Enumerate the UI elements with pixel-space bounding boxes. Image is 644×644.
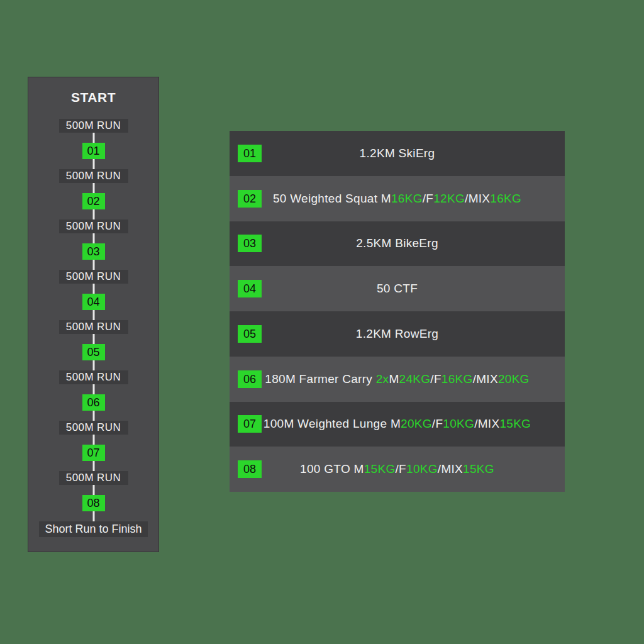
run-segment-label: 500M RUN xyxy=(59,320,128,334)
weight-value: 20KG xyxy=(498,372,530,386)
station-description: 180M Farmer Carry 2xM24KG/F16KG/MIX20KG xyxy=(265,372,529,386)
station-number-badge: 05 xyxy=(238,325,262,343)
course-station-badge: 04 xyxy=(82,294,105,310)
station-description: 1.2KM SkiErg xyxy=(360,147,435,160)
course-station-badge: 03 xyxy=(82,243,105,260)
weight-value: 2x xyxy=(376,372,389,386)
description-text: 1.2KM RowErg xyxy=(356,327,438,340)
weight-value: 15KG xyxy=(364,462,396,475)
run-segment-label: 500M RUN xyxy=(59,270,128,284)
station-description: 100M Weighted Lunge M20KG/F10KG/MIX15KG xyxy=(264,417,531,431)
course-panel: START 500M RUN 01 500M RUN 02 500M RUN 0… xyxy=(28,77,159,552)
course-station-badge: 07 xyxy=(82,445,105,461)
description-text: /F xyxy=(396,462,407,475)
weight-value: 15KG xyxy=(463,462,494,475)
race-infographic: START 500M RUN 01 500M RUN 02 500M RUN 0… xyxy=(0,0,644,644)
description-text: M xyxy=(389,372,399,386)
station-number-badge: 04 xyxy=(238,280,262,297)
course-station-badge: 05 xyxy=(82,344,105,360)
run-segment-label: 500M RUN xyxy=(59,169,128,183)
weight-value: 16KG xyxy=(490,192,521,205)
station-row: 06 180M Farmer Carry 2xM24KG/F16KG/MIX20… xyxy=(230,357,565,402)
weight-value: 10KG xyxy=(443,417,474,430)
weight-value: 15KG xyxy=(499,417,531,430)
course-station-badge: 02 xyxy=(82,193,105,209)
station-row: 07 100M Weighted Lunge M20KG/F10KG/MIX15… xyxy=(230,402,565,447)
station-number-badge: 08 xyxy=(238,460,262,478)
weight-value: 20KG xyxy=(401,417,432,430)
description-text: /F xyxy=(430,372,441,386)
station-number-badge: 07 xyxy=(238,415,262,433)
description-text: /MIX xyxy=(465,192,490,205)
description-text: /F xyxy=(423,192,434,205)
course-station-badge: 06 xyxy=(82,394,105,411)
station-number-badge: 01 xyxy=(238,145,262,162)
weight-value: 12KG xyxy=(433,192,465,205)
station-number-badge: 06 xyxy=(238,370,262,388)
course-station-badge: 01 xyxy=(82,143,105,159)
description-text: 180M Farmer Carry xyxy=(265,372,375,386)
weight-value: 16KG xyxy=(391,192,423,205)
course-station-badge: 08 xyxy=(82,495,105,511)
station-number-badge: 02 xyxy=(238,190,262,208)
station-row: 08 100 GTO M15KG/F10KG/MIX15KG xyxy=(230,447,565,492)
description-text: 1.2KM SkiErg xyxy=(360,147,435,160)
run-segment-label: 500M RUN xyxy=(59,421,128,435)
weight-value: 24KG xyxy=(399,372,431,386)
station-description: 50 Weighted Squat M16KG/F12KG/MIX16KG xyxy=(273,192,521,206)
run-segment-label: 500M RUN xyxy=(59,219,128,233)
course-track: 500M RUN 01 500M RUN 02 500M RUN 03 500M… xyxy=(59,119,128,521)
station-description: 100 GTO M15KG/F10KG/MIX15KG xyxy=(300,462,494,476)
station-description: 50 CTF xyxy=(377,282,418,296)
description-text: 50 CTF xyxy=(377,282,418,295)
stations-panel: 01 1.2KM SkiErg 02 50 Weighted Squat M16… xyxy=(230,131,565,492)
description-text: 100M Weighted Lunge M xyxy=(264,417,401,430)
course-start-title: START xyxy=(71,90,116,105)
run-segment-label: 500M RUN xyxy=(59,370,128,384)
station-row: 04 50 CTF xyxy=(230,266,565,311)
description-text: /F xyxy=(432,417,443,430)
weight-value: 16KG xyxy=(441,372,473,386)
weight-value: 10KG xyxy=(406,462,438,475)
station-description: 2.5KM BikeErg xyxy=(356,236,438,250)
description-text: 100 GTO M xyxy=(300,462,364,475)
description-text: /MIX xyxy=(473,372,498,386)
station-description: 1.2KM RowErg xyxy=(356,327,438,341)
station-row: 02 50 Weighted Squat M16KG/F12KG/MIX16KG xyxy=(230,176,565,221)
description-text: /MIX xyxy=(438,462,463,475)
run-segment-label: 500M RUN xyxy=(59,119,128,133)
description-text: 50 Weighted Squat M xyxy=(273,192,391,205)
station-row: 01 1.2KM SkiErg xyxy=(230,131,565,176)
description-text: /MIX xyxy=(474,417,499,430)
run-segment-label: 500M RUN xyxy=(59,471,128,485)
description-text: 2.5KM BikeErg xyxy=(356,236,438,250)
course-finish-label: Short Run to Finish xyxy=(39,521,147,537)
station-number-badge: 03 xyxy=(238,235,262,252)
station-row: 05 1.2KM RowErg xyxy=(230,311,565,357)
station-row: 03 2.5KM BikeErg xyxy=(230,221,565,267)
